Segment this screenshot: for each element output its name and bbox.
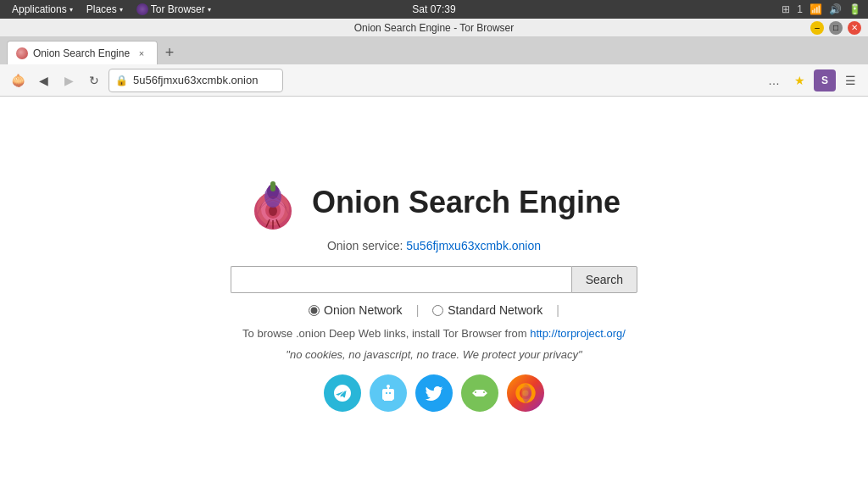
tab-label: Onion Search Engine bbox=[33, 47, 130, 59]
battery-icon: 🔋 bbox=[849, 3, 861, 15]
tab-favicon bbox=[16, 47, 28, 59]
places-arrow: ▾ bbox=[120, 6, 123, 14]
active-tab[interactable]: Onion Search Engine × bbox=[7, 41, 158, 64]
security-icon: 🔒 bbox=[115, 75, 128, 86]
tab-close-button[interactable]: × bbox=[135, 47, 148, 60]
tab-bar: Onion Search Engine × + bbox=[0, 37, 868, 64]
onion-network-label: Onion Network bbox=[324, 303, 403, 317]
back-button[interactable]: ◀ bbox=[32, 69, 54, 92]
onion-service-link[interactable]: 5u56fjmxu63xcmbk.onion bbox=[406, 239, 541, 252]
tor-browser-label: Tor Browser bbox=[151, 3, 205, 15]
logo-area: Onion Search Engine bbox=[248, 173, 620, 232]
time-display: Sat 07:39 bbox=[412, 3, 455, 15]
places-label: Places bbox=[86, 3, 117, 15]
robot-icon[interactable] bbox=[370, 374, 407, 412]
bookmark-button[interactable]: ★ bbox=[788, 69, 810, 92]
system-bar: Applications ▾ Places ▾ Tor Browser ▾ Sa… bbox=[0, 0, 868, 19]
title-bar: Onion Search Engine - Tor Browser – □ ✕ bbox=[0, 19, 868, 37]
separator-2: | bbox=[556, 303, 559, 317]
reload-button[interactable]: ↻ bbox=[83, 69, 105, 92]
social-icons bbox=[324, 374, 544, 412]
more-options-button[interactable]: … bbox=[763, 69, 785, 92]
restore-button[interactable]: □ bbox=[829, 21, 843, 35]
android-icon[interactable] bbox=[461, 374, 498, 412]
install-description: To browse .onion Deep Web links, install… bbox=[242, 327, 527, 340]
page-content: Onion Search Engine Onion service: 5u56f… bbox=[0, 156, 868, 429]
standard-network-option[interactable]: Standard Network bbox=[432, 303, 542, 317]
wifi-icon: 📶 bbox=[810, 3, 822, 15]
nav-right-buttons: … ★ S ☰ bbox=[763, 69, 861, 92]
firefox-icon[interactable] bbox=[507, 374, 544, 412]
new-tab-button[interactable]: + bbox=[159, 42, 180, 63]
url-bar-wrapper: 🔒 bbox=[108, 69, 760, 92]
telegram-icon[interactable] bbox=[324, 374, 361, 412]
applications-menu[interactable]: Applications ▾ bbox=[7, 2, 78, 17]
standard-network-label: Standard Network bbox=[448, 303, 542, 317]
onion-logo bbox=[248, 173, 298, 232]
network-selector: Onion Network | Standard Network | bbox=[309, 303, 559, 317]
sync-button[interactable]: S bbox=[814, 69, 836, 92]
tor-arrow: ▾ bbox=[208, 6, 211, 14]
search-button[interactable]: Search bbox=[571, 266, 637, 293]
onion-service-text: Onion service: 5u56fjmxu63xcmbk.onion bbox=[327, 239, 541, 252]
svg-rect-7 bbox=[270, 181, 275, 191]
close-window-button[interactable]: ✕ bbox=[848, 21, 861, 35]
applications-label: Applications bbox=[12, 3, 67, 15]
tor-icon bbox=[136, 3, 148, 15]
system-time: Sat 07:39 bbox=[412, 3, 455, 15]
onion-network-radio[interactable] bbox=[309, 305, 320, 316]
forward-button[interactable]: ▶ bbox=[58, 69, 80, 92]
volume-icon: 🔊 bbox=[829, 3, 842, 15]
search-box-area: Search bbox=[231, 266, 637, 293]
install-text: To browse .onion Deep Web links, install… bbox=[242, 327, 626, 340]
nav-bar: 🧅 ◀ ▶ ↻ 🔒 … ★ S ☰ bbox=[0, 64, 868, 97]
window-controls: – □ ✕ bbox=[810, 21, 861, 35]
tor-browser-menu[interactable]: Tor Browser ▾ bbox=[131, 2, 216, 17]
onion-network-option[interactable]: Onion Network bbox=[309, 303, 403, 317]
twitter-icon[interactable] bbox=[415, 374, 453, 412]
system-bar-right: ⊞ 1 📶 🔊 🔋 bbox=[782, 3, 861, 15]
privacy-text: "no cookies, no javascript, no trace. We… bbox=[286, 348, 581, 361]
system-bar-left: Applications ▾ Places ▾ Tor Browser ▾ bbox=[7, 2, 216, 17]
site-title: Onion Search Engine bbox=[312, 185, 620, 220]
tor-settings-button[interactable]: 🧅 bbox=[7, 69, 29, 92]
network-icon: ⊞ bbox=[782, 3, 790, 15]
standard-network-radio[interactable] bbox=[432, 305, 443, 316]
workspace-indicator: 1 bbox=[797, 3, 803, 15]
torproject-link[interactable]: http://torproject.org/ bbox=[530, 327, 626, 340]
browser-content: Onion Search Engine Onion service: 5u56f… bbox=[0, 97, 868, 488]
url-input[interactable] bbox=[108, 69, 283, 92]
onion-service-label: Onion service: bbox=[327, 239, 403, 252]
places-menu[interactable]: Places ▾ bbox=[81, 2, 128, 17]
minimize-button[interactable]: – bbox=[810, 21, 824, 35]
separator: | bbox=[416, 303, 420, 317]
search-input[interactable] bbox=[231, 266, 571, 293]
menu-button[interactable]: ☰ bbox=[839, 69, 861, 92]
applications-arrow: ▾ bbox=[70, 6, 73, 14]
window-title: Onion Search Engine - Tor Browser bbox=[354, 22, 515, 34]
